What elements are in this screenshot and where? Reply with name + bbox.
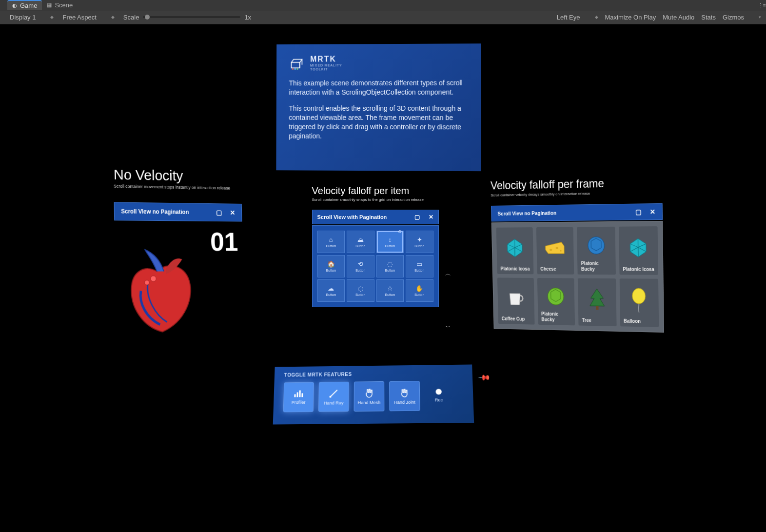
svg-point-3 xyxy=(292,68,293,70)
svg-point-7 xyxy=(144,280,149,285)
svg-point-25 xyxy=(329,396,331,398)
panel-no-velocity: No Velocity Scroll container movement st… xyxy=(113,166,244,343)
tab-row: ◐Game ▦Scene ⋮≡ xyxy=(0,0,766,11)
card-label: Tree xyxy=(582,317,612,323)
card-grid-frame[interactable]: Platonic IcosaCheesePlatonic BuckyPlaton… xyxy=(491,221,664,333)
card-thumbnail-icon xyxy=(623,281,654,318)
scale-control: Scale 1x xyxy=(123,14,251,21)
card-thumbnail-icon xyxy=(622,229,654,266)
mute-toggle[interactable]: Mute Audio xyxy=(663,14,694,21)
grid-button[interactable]: ⛰Button xyxy=(347,231,374,253)
svg-point-12 xyxy=(588,236,604,254)
grid-button[interactable]: ⟲Button xyxy=(347,255,374,277)
feature-label: Hand Mesh xyxy=(357,400,380,405)
model-card[interactable]: Platonic Icosa xyxy=(618,226,658,275)
window-icon[interactable]: ▢ xyxy=(216,209,222,217)
tab-options-icon[interactable]: ⋮≡ xyxy=(758,2,766,8)
grid-button[interactable]: ✦Button xyxy=(406,231,433,253)
button-icon: ⟲ xyxy=(358,260,363,268)
card-label: Platonic Bucky xyxy=(541,311,571,322)
stats-toggle[interactable]: Stats xyxy=(701,14,716,21)
grid-button[interactable]: ✋Button xyxy=(406,279,433,302)
card-thumbnail-icon xyxy=(580,230,611,261)
grid-button[interactable]: ▭Button xyxy=(406,255,433,277)
svg-marker-17 xyxy=(589,289,604,306)
scroll-content-heart[interactable]: 01 xyxy=(114,230,236,342)
feature-toggle-button[interactable]: Profiler xyxy=(283,382,314,413)
slider-thumb[interactable] xyxy=(145,15,150,20)
window-icon[interactable]: ▢ xyxy=(635,208,641,216)
button-label: Button xyxy=(385,244,395,248)
svg-rect-22 xyxy=(299,391,300,397)
model-card[interactable]: Coffee Cup xyxy=(497,277,534,324)
scale-slider[interactable] xyxy=(143,16,240,18)
button-label: Button xyxy=(414,293,424,296)
button-icon: ✦ xyxy=(417,236,422,243)
eye-dropdown[interactable]: Left Eye◆ xyxy=(557,14,598,21)
grid-button[interactable]: ⌂Button xyxy=(317,231,345,253)
grid-button[interactable]: 🏠Button xyxy=(317,255,345,277)
pin-icon[interactable]: 📌 xyxy=(477,371,491,384)
feature-toggle-button[interactable]: Hand Mesh xyxy=(354,381,384,412)
card-label: Cheese xyxy=(540,266,570,272)
grid-button[interactable]: ◌Button xyxy=(376,255,404,277)
tab-game[interactable]: ◐Game xyxy=(7,0,42,10)
button-icon: 🏠 xyxy=(327,260,335,268)
svg-point-15 xyxy=(548,288,564,305)
page-down-icon[interactable]: ﹀ xyxy=(445,323,451,332)
scale-value: 1x xyxy=(244,14,251,21)
header-label: Scroll View no Pagination xyxy=(497,210,556,217)
button-grid-frame[interactable]: ⌂Button⛰Button↕Button✦Button🏠Button⟲Butt… xyxy=(312,225,439,307)
game-viewport[interactable]: MRTK MIXED REALITY TOOLKIT This example … xyxy=(0,24,766,532)
close-icon[interactable]: ✕ xyxy=(429,214,433,220)
grid-button[interactable]: ↕Button xyxy=(376,231,404,253)
feature-label: Hand Joint xyxy=(393,400,415,405)
toggle-features-panel: TOGGLE MRTK FEATURES ProfilerHand RayHan… xyxy=(273,364,473,424)
scroll-view-header[interactable]: Scroll View no Pagination ▢ ✕ xyxy=(114,202,242,221)
button-icon: ◌ xyxy=(387,260,393,268)
window-icon[interactable]: ▢ xyxy=(414,214,420,220)
grid-button[interactable]: ☆Button xyxy=(376,279,404,302)
button-label: Button xyxy=(355,269,365,272)
scroll-view-header[interactable]: Scroll View no Pagination ▢ ✕ xyxy=(491,203,662,222)
card-thumbnail-icon xyxy=(499,230,530,266)
maximize-toggle[interactable]: Maximize On Play xyxy=(605,14,656,21)
model-card[interactable]: Cheese xyxy=(536,227,574,274)
scroll-view-header[interactable]: Scroll View with Pagination ▢ ✕ xyxy=(312,210,439,224)
page-number: 01 xyxy=(210,226,238,257)
aspect-dropdown[interactable]: Free Aspect◆ xyxy=(62,14,114,21)
info-panel: MRTK MIXED REALITY TOOLKIT This example … xyxy=(276,43,481,171)
model-card[interactable]: Balloon xyxy=(619,278,659,327)
panel-title: Velocity falloff per frame xyxy=(490,175,662,192)
model-card[interactable]: Platonic Bucky xyxy=(537,278,575,325)
model-card[interactable]: Platonic Icosa xyxy=(496,227,533,274)
svg-point-4 xyxy=(294,68,295,70)
button-icon: ⌂ xyxy=(329,236,333,243)
page-up-icon[interactable]: ︿ xyxy=(445,270,451,278)
feature-toggle-button[interactable]: Hand Ray xyxy=(318,382,349,412)
grid-button[interactable]: ☁Button xyxy=(317,279,345,302)
bars-icon xyxy=(293,389,304,398)
panel-subtitle: Scroll container movement stops instantl… xyxy=(114,184,241,191)
svg-point-5 xyxy=(296,68,298,70)
model-card[interactable]: Platonic Bucky xyxy=(576,227,615,275)
record-toggle[interactable]: Rec xyxy=(434,389,443,402)
display-dropdown[interactable]: Display 1◆ xyxy=(10,14,54,21)
button-label: Button xyxy=(326,244,336,248)
close-icon[interactable]: ✕ xyxy=(649,208,655,216)
game-icon: ◐ xyxy=(12,2,17,9)
feature-toggle-button[interactable]: Hand Joint xyxy=(389,381,420,411)
grid-button[interactable]: ◌Button xyxy=(347,279,374,302)
close-icon[interactable]: ✕ xyxy=(230,209,235,217)
gizmos-dropdown[interactable]: Gizmos▾ xyxy=(723,14,761,21)
tab-scene[interactable]: ▦Scene xyxy=(42,0,78,10)
panel-title: Velocity falloff per item xyxy=(312,185,439,197)
header-label: Scroll View with Pagination xyxy=(317,214,387,220)
aspect-label: Free Aspect xyxy=(62,14,96,21)
button-icon: ◌ xyxy=(358,285,363,292)
ray-icon xyxy=(328,388,339,399)
toggle-title: TOGGLE MRTK FEATURES xyxy=(284,370,462,377)
model-card[interactable]: Tree xyxy=(577,278,616,327)
heart-model-icon[interactable] xyxy=(119,245,204,342)
panel-subtitle: Scroll container smoothly snaps to the g… xyxy=(312,197,439,202)
